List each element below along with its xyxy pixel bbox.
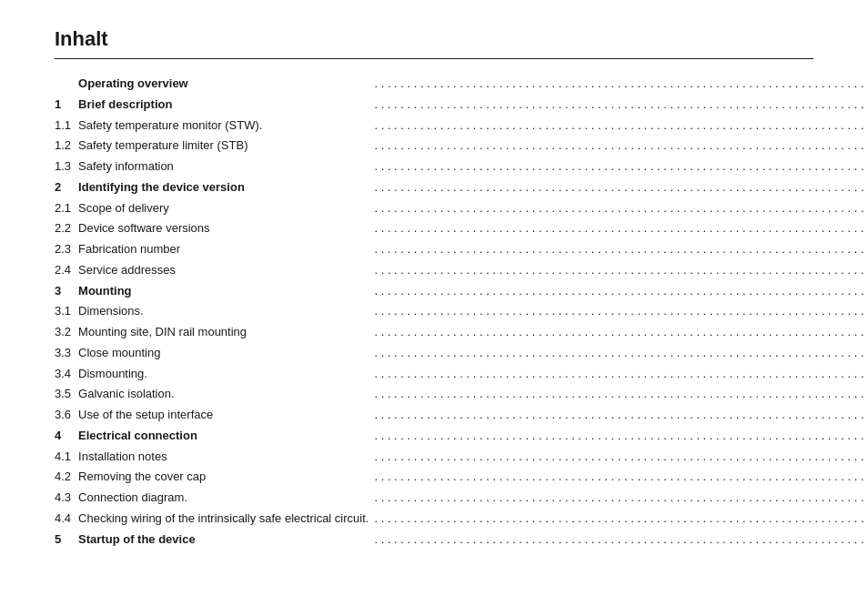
- toc-number: 2.3: [55, 239, 78, 260]
- toc-entry-title: Fabrication number: [78, 239, 372, 260]
- toc-dots: . . . . . . . . . . . . . . . . . . . . …: [372, 384, 868, 405]
- toc-row: 1.3Safety information . . . . . . . . . …: [55, 157, 868, 177]
- toc-entry-title: Safety information: [78, 157, 372, 177]
- toc-entry-title: Scope of delivery: [78, 198, 372, 219]
- toc-entry-title: Dimensions.: [78, 301, 372, 322]
- toc-number: 3.6: [55, 405, 78, 426]
- toc-entry-title: Safety temperature monitor (STW).: [78, 116, 372, 136]
- toc-entry-title: Identifying the device version: [78, 177, 372, 198]
- toc-row: 4.3Connection diagram. . . . . . . . . .…: [55, 488, 868, 509]
- toc-number: 1.2: [55, 136, 78, 157]
- toc-entry-title: Galvanic isolation.: [78, 384, 372, 405]
- page-title: Inhalt: [55, 27, 813, 59]
- toc-row: 3.3Close mounting . . . . . . . . . . . …: [55, 343, 868, 364]
- toc-number: 2.1: [55, 198, 78, 219]
- toc-number: 4.3: [55, 488, 78, 509]
- toc-entry-title: Dismounting.: [78, 364, 372, 385]
- toc-number: 1.1: [55, 116, 78, 136]
- toc-row: 4.2Removing the cover cap . . . . . . . …: [55, 467, 868, 488]
- toc-entry-title: Checking wiring of the intrinsically saf…: [78, 509, 372, 530]
- toc-entry-title: Mounting: [78, 281, 372, 302]
- toc-number: 3.5: [55, 384, 78, 405]
- toc-number: 2: [55, 177, 78, 198]
- toc-row: 3.4Dismounting. . . . . . . . . . . . . …: [55, 364, 868, 385]
- toc-dots: . . . . . . . . . . . . . . . . . . . . …: [372, 467, 868, 488]
- toc-row: 3.5Galvanic isolation. . . . . . . . . .…: [55, 384, 868, 405]
- toc-row: 3.6Use of the setup interface . . . . . …: [55, 405, 868, 426]
- toc-number: 3.3: [55, 343, 78, 364]
- toc-entry-title: Device software versions: [78, 218, 372, 239]
- toc-row: 4.4Checking wiring of the intrinsically …: [55, 509, 868, 530]
- toc-row: 2Identifying the device version . . . . …: [55, 177, 868, 198]
- toc-dots: . . . . . . . . . . . . . . . . . . . . …: [372, 95, 868, 116]
- toc-dots: . . . . . . . . . . . . . . . . . . . . …: [372, 281, 868, 302]
- toc-entry-title: Operating overview: [78, 74, 372, 95]
- toc-entry-title: Close mounting: [78, 343, 372, 364]
- toc-dots: . . . . . . . . . . . . . . . . . . . . …: [372, 301, 868, 322]
- toc-entry-title: Removing the cover cap: [78, 467, 372, 488]
- toc-number: 3.4: [55, 364, 78, 385]
- toc-entry-title: Mounting site, DIN rail mounting: [78, 322, 372, 343]
- toc-dots: . . . . . . . . . . . . . . . . . . . . …: [372, 239, 868, 260]
- toc-row: 2.2Device software versions . . . . . . …: [55, 218, 868, 239]
- toc-dots: . . . . . . . . . . . . . . . . . . . . …: [372, 488, 868, 509]
- toc-dots: . . . . . . . . . . . . . . . . . . . . …: [372, 198, 868, 219]
- toc-row: 3Mounting . . . . . . . . . . . . . . . …: [55, 281, 868, 302]
- toc-number: 3: [55, 281, 78, 302]
- toc-row: 4Electrical connection . . . . . . . . .…: [55, 426, 868, 447]
- toc-dots: . . . . . . . . . . . . . . . . . . . . …: [372, 218, 868, 239]
- toc-dots: . . . . . . . . . . . . . . . . . . . . …: [372, 74, 868, 95]
- toc-entry-title: Brief description: [78, 95, 372, 116]
- toc-row: 2.1Scope of delivery . . . . . . . . . .…: [55, 198, 868, 219]
- toc-number: [55, 74, 78, 95]
- toc-entry-title: Use of the setup interface: [78, 405, 372, 426]
- toc-entry-title: Electrical connection: [78, 426, 372, 447]
- toc-row: 5Startup of the device . . . . . . . . .…: [55, 530, 868, 550]
- toc-number: 4: [55, 426, 78, 447]
- toc-dots: . . . . . . . . . . . . . . . . . . . . …: [372, 426, 868, 447]
- toc-row: 2.4Service addresses . . . . . . . . . .…: [55, 260, 868, 281]
- toc-number: 3.2: [55, 322, 78, 343]
- toc-row: 2.3Fabrication number . . . . . . . . . …: [55, 239, 868, 260]
- toc-row: 1.2Safety temperature limiter (STB) . . …: [55, 136, 868, 157]
- toc-number: 4.1: [55, 447, 78, 468]
- toc-dots: . . . . . . . . . . . . . . . . . . . . …: [372, 364, 868, 385]
- toc-dots: . . . . . . . . . . . . . . . . . . . . …: [372, 322, 868, 343]
- toc-entry-title: Service addresses: [78, 260, 372, 281]
- toc-row: 3.2Mounting site, DIN rail mounting . . …: [55, 322, 868, 343]
- toc-entry-title: Connection diagram.: [78, 488, 372, 509]
- toc-table: Operating overview . . . . . . . . . . .…: [55, 74, 868, 550]
- toc-row: 1Brief description . . . . . . . . . . .…: [55, 95, 868, 116]
- toc-row: Operating overview . . . . . . . . . . .…: [55, 74, 868, 95]
- toc-row: 1.1Safety temperature monitor (STW). . .…: [55, 116, 868, 136]
- toc-entry-title: Installation notes: [78, 447, 372, 468]
- toc-dots: . . . . . . . . . . . . . . . . . . . . …: [372, 343, 868, 364]
- toc-row: 4.1Installation notes . . . . . . . . . …: [55, 447, 868, 468]
- toc-dots: . . . . . . . . . . . . . . . . . . . . …: [372, 447, 868, 468]
- toc-number: 5: [55, 530, 78, 550]
- toc-dots: . . . . . . . . . . . . . . . . . . . . …: [372, 157, 868, 177]
- toc-dots: . . . . . . . . . . . . . . . . . . . . …: [372, 177, 868, 198]
- toc-number: 2.4: [55, 260, 78, 281]
- toc-number: 4.4: [55, 509, 78, 530]
- toc-number: 1.3: [55, 157, 78, 177]
- toc-dots: . . . . . . . . . . . . . . . . . . . . …: [372, 136, 868, 157]
- toc-number: 2.2: [55, 218, 78, 239]
- toc-dots: . . . . . . . . . . . . . . . . . . . . …: [372, 260, 868, 281]
- toc-dots: . . . . . . . . . . . . . . . . . . . . …: [372, 530, 868, 550]
- toc-number: 3.1: [55, 301, 78, 322]
- toc-entry-title: Safety temperature limiter (STB): [78, 136, 372, 157]
- toc-entry-title: Startup of the device: [78, 530, 372, 550]
- toc-dots: . . . . . . . . . . . . . . . . . . . . …: [372, 509, 868, 530]
- toc-row: 3.1Dimensions. . . . . . . . . . . . . .…: [55, 301, 868, 322]
- toc-dots: . . . . . . . . . . . . . . . . . . . . …: [372, 405, 868, 426]
- toc-number: 1: [55, 95, 78, 116]
- toc-number: 4.2: [55, 467, 78, 488]
- toc-dots: . . . . . . . . . . . . . . . . . . . . …: [372, 116, 868, 136]
